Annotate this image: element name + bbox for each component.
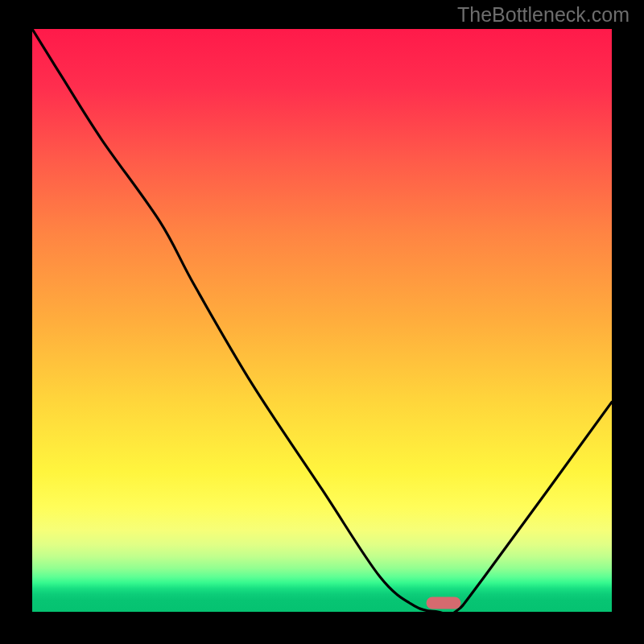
curve-path: [32, 29, 612, 612]
watermark-text: TheBottleneck.com: [457, 3, 630, 27]
plot-area: [32, 29, 612, 612]
bottleneck-curve: [32, 29, 612, 612]
optimal-marker: [427, 597, 461, 609]
